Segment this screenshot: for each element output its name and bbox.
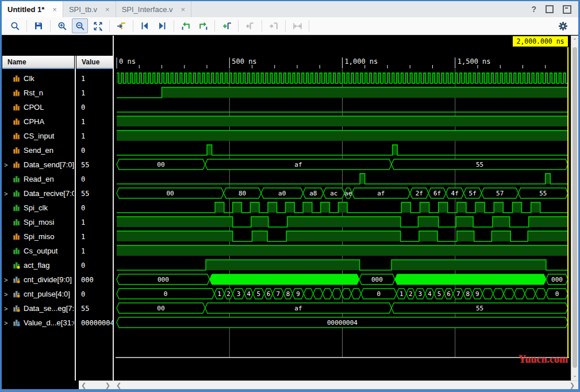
zoom-in-icon <box>57 21 67 31</box>
signal-row[interactable]: Spi_miso <box>2 229 74 244</box>
goto-time-icon <box>117 21 126 31</box>
maximize-icon[interactable] <box>563 5 571 14</box>
signal-name: Spi_clk <box>24 203 48 212</box>
svg-text:a0: a0 <box>278 190 286 197</box>
value-column-header[interactable]: Value <box>76 56 113 69</box>
scroll-left-icon[interactable]: ❮ <box>81 382 86 389</box>
signal-row[interactable]: Clk <box>2 71 74 86</box>
scroll-down-icon[interactable]: ⌄ <box>571 372 578 378</box>
signal-value: 1 <box>76 129 113 143</box>
signal-name: cnt_pulse[4:0] <box>24 290 70 298</box>
vertical-scrollbar[interactable]: ⌃ ⌄ <box>571 36 578 381</box>
signal-value: 1 <box>76 229 113 244</box>
signal-name: Clk <box>24 74 34 83</box>
measure-button[interactable] <box>290 19 305 33</box>
signal-row[interactable]: CPOL <box>2 100 74 114</box>
add-marker-button[interactable] <box>219 19 234 33</box>
signal-row[interactable]: Send_en <box>2 143 74 157</box>
chevron-right-icon[interactable]: > <box>4 320 13 326</box>
gear-icon <box>558 21 568 31</box>
signal-row[interactable]: >cnt_divide[9:0] <box>2 272 74 287</box>
signal-value: 55 <box>76 157 113 172</box>
signal-row[interactable]: act_flag <box>2 258 74 272</box>
svg-text:0: 0 <box>377 290 381 298</box>
signal-green-icon <box>13 218 20 226</box>
swap-next-button[interactable] <box>195 19 210 33</box>
tab-untitled[interactable]: Untitled 1* × <box>2 1 63 17</box>
svg-text:57: 57 <box>496 190 504 197</box>
scroll-right-icon[interactable]: ❯ <box>105 382 110 389</box>
float-icon[interactable] <box>546 5 554 13</box>
signal-value: 1 <box>76 86 113 100</box>
signal-row[interactable]: Spi_mosi <box>2 215 74 229</box>
signal-name: Cs_output <box>24 247 57 255</box>
name-panel-hscrollbar[interactable]: ❮ ❯ <box>79 381 113 389</box>
svg-text:9: 9 <box>296 290 300 298</box>
waveform-hscrollbar[interactable]: ❮ ❯ <box>113 381 578 389</box>
column-splitter[interactable] <box>75 56 76 381</box>
save-button[interactable] <box>31 19 46 33</box>
zoom-in-button[interactable] <box>55 19 70 33</box>
signal-row[interactable]: Spi_clk <box>2 201 74 215</box>
svg-text:00: 00 <box>157 161 164 168</box>
goto-time-button[interactable] <box>114 19 129 33</box>
chevron-right-icon[interactable]: > <box>4 305 13 312</box>
search-button[interactable] <box>7 19 22 33</box>
signal-name: Value_d...e[31:0] <box>24 318 74 327</box>
tab-spi-interface[interactable]: SPI_Interface.v × <box>116 1 191 17</box>
close-icon[interactable]: × <box>181 5 186 14</box>
signal-value: 0 <box>76 172 113 186</box>
prev-marker-button[interactable] <box>243 19 258 33</box>
signal-orange-icon <box>13 75 20 82</box>
signal-name: Send_en <box>24 146 53 155</box>
help-icon[interactable]: ? <box>531 5 536 14</box>
chevron-right-icon[interactable]: > <box>4 162 13 168</box>
swap-prev-button[interactable] <box>178 19 193 33</box>
signal-name: Rst_n <box>24 89 43 97</box>
signal-row[interactable]: Read_en <box>2 172 74 186</box>
zoom-out-button[interactable] <box>72 18 88 33</box>
svg-text:5: 5 <box>257 290 261 298</box>
chevron-right-icon[interactable]: > <box>4 291 13 298</box>
signal-row[interactable]: Rst_n <box>2 86 74 100</box>
signal-row[interactable]: CS_input <box>2 129 74 143</box>
close-icon[interactable]: × <box>105 5 110 14</box>
signal-value: 0 <box>76 201 113 215</box>
scroll-right-icon[interactable]: ❯ <box>570 382 575 389</box>
settings-button[interactable] <box>555 19 570 33</box>
scroll-left-icon[interactable]: ❮ <box>116 382 121 389</box>
tab-label: SPI_tb.v <box>69 5 97 14</box>
window-border <box>0 389 580 392</box>
waveform-svg: 0 ns500 ns1,000 ns1,500 ns00af550080a0a8… <box>114 36 571 381</box>
svg-text:2: 2 <box>226 290 231 298</box>
scroll-up-icon[interactable]: ⌃ <box>571 37 578 44</box>
waveform-canvas[interactable]: 0 ns500 ns1,000 ns1,500 ns00af550080a0a8… <box>113 36 571 381</box>
signal-row[interactable]: >Value_d...e[31:0] <box>2 316 74 330</box>
next-marker-button[interactable] <box>266 19 281 33</box>
signal-row[interactable]: CPHA <box>2 114 74 129</box>
signal-value: 0 <box>76 100 113 114</box>
signal-green-icon <box>13 247 20 255</box>
svg-text:af: af <box>294 305 302 312</box>
zoom-fit-button[interactable] <box>90 19 105 33</box>
svg-text:00: 00 <box>157 305 164 312</box>
save-icon <box>34 21 43 30</box>
tab-spi-tb[interactable]: SPI_tb.v × <box>63 1 116 17</box>
close-icon[interactable]: × <box>52 5 57 14</box>
name-column-header[interactable]: Name <box>2 56 74 69</box>
svg-text:5f: 5f <box>469 190 477 197</box>
signal-row[interactable]: >Data_send[7:0] <box>2 157 74 172</box>
prev-transition-button[interactable] <box>137 19 152 33</box>
signal-value: 55 <box>76 186 113 201</box>
titlebar-icons: ? <box>531 1 578 17</box>
chevron-right-icon[interactable]: > <box>4 190 13 197</box>
signal-row[interactable]: >Data_se...eg[7:0] <box>2 301 74 316</box>
signal-row[interactable]: >cnt_pulse[4:0] <box>2 287 74 301</box>
next-transition-button[interactable] <box>155 19 170 33</box>
vertical-scroll-thumb[interactable] <box>573 47 577 368</box>
signal-row[interactable]: >Data_recive[7:0] <box>2 186 74 201</box>
svg-text:3: 3 <box>237 290 241 298</box>
chevron-right-icon[interactable]: > <box>4 276 13 283</box>
signal-row[interactable]: Cs_output <box>2 244 74 258</box>
svg-text:00: 00 <box>166 190 174 197</box>
